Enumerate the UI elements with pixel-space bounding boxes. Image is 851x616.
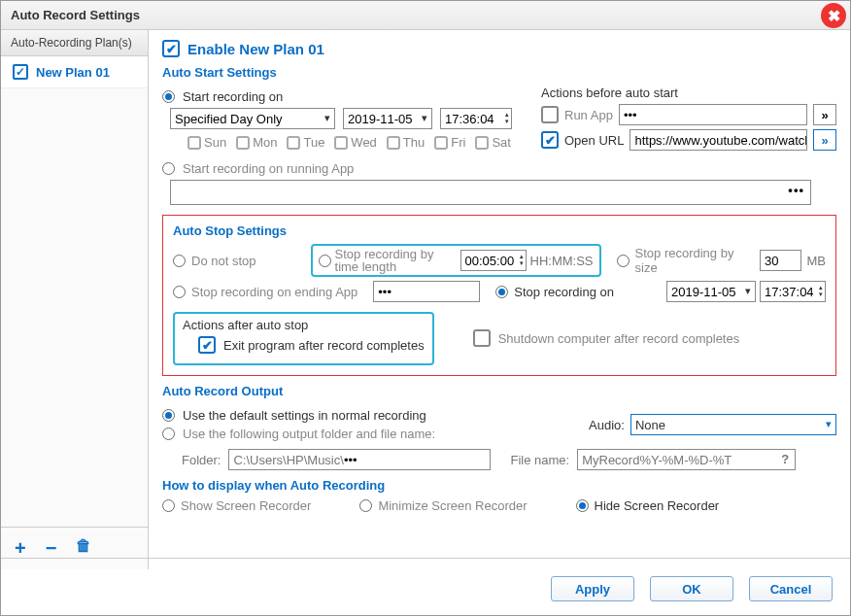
filename-input[interactable]: MyRecord%Y-%M-%D-%T? <box>577 449 796 470</box>
day-tue[interactable] <box>287 136 300 150</box>
open-url-go-icon[interactable]: » <box>813 129 836 151</box>
auto-record-dialog: Auto Record Settings ✖ Auto-Recording Pl… <box>0 0 851 616</box>
sidebar-actions: + − 🗑 <box>1 527 148 569</box>
titlebar: Auto Record Settings ✖ <box>1 1 850 30</box>
label-stop-recording-on: Stop recording on <box>514 285 614 299</box>
sidebar-tab[interactable]: Auto-Recording Plan(s) <box>1 30 148 56</box>
radio-start-on-app[interactable] <box>162 162 175 175</box>
radio-stop-by-time[interactable] <box>319 255 331 267</box>
ellipsis-icon: ••• <box>378 285 391 299</box>
check-icon: ✓ <box>13 64 28 80</box>
shutdown-checkbox[interactable] <box>473 329 491 347</box>
radio-output-custom[interactable] <box>162 428 175 440</box>
radio-stop-ending-app[interactable] <box>173 286 186 298</box>
sidebar: Auto-Recording Plan(s) ✓ New Plan 01 + −… <box>1 30 149 569</box>
radio-output-default[interactable] <box>162 409 175 422</box>
label-display-minimize: Minimize Screen Recorder <box>378 498 527 513</box>
ok-button[interactable]: OK <box>650 576 733 601</box>
radio-stop-recording-on[interactable] <box>495 286 508 298</box>
section-auto-start: Auto Start Settings <box>162 65 836 80</box>
exit-program-checkbox[interactable] <box>198 336 216 354</box>
ellipsis-icon: ••• <box>788 183 804 197</box>
label-start-on: Start recording on <box>183 89 283 104</box>
label-stop-by-time: Stop recording by time length <box>335 248 457 273</box>
ellipsis-icon: ••• <box>344 453 357 467</box>
audio-label: Audio: <box>589 418 625 432</box>
remove-plan-icon[interactable]: − <box>46 537 57 560</box>
run-app-go-icon[interactable]: » <box>813 104 836 125</box>
day-sun[interactable] <box>187 136 201 150</box>
close-icon[interactable]: ✖ <box>821 3 846 28</box>
label-stop-ending-app: Stop recording on ending App <box>191 285 357 299</box>
run-app-checkbox[interactable] <box>541 106 559 123</box>
label-hhmmss: HH:MM:SS <box>530 254 594 268</box>
label-output-custom: Use the following output folder and file… <box>183 427 435 441</box>
plan-label: New Plan 01 <box>36 65 110 80</box>
label-output-default: Use the default settings in normal recor… <box>183 408 426 423</box>
folder-label: Folder: <box>182 453 221 467</box>
radio-stop-by-size[interactable] <box>617 255 630 267</box>
day-checkboxes: Sun Mon Tue Wed Thu Fri Sat <box>187 135 512 150</box>
section-auto-stop: Auto Stop Settings <box>173 223 826 238</box>
radio-display-minimize[interactable] <box>359 499 372 512</box>
filename-label: File name: <box>510 453 569 467</box>
sidebar-item-plan[interactable]: ✓ New Plan 01 <box>1 56 148 88</box>
stop-date-select[interactable]: 2019-11-05 <box>666 281 756 302</box>
add-plan-icon[interactable]: + <box>15 537 26 560</box>
day-wed[interactable] <box>334 136 348 150</box>
radio-display-show[interactable] <box>162 499 175 512</box>
label-display-hide: Hide Screen Recorder <box>595 498 720 513</box>
radio-start-on[interactable] <box>162 90 175 103</box>
section-display: How to display when Auto Recording <box>162 478 836 493</box>
day-mon[interactable] <box>236 136 250 150</box>
ellipsis-icon: ••• <box>624 108 637 122</box>
radio-display-hide[interactable] <box>576 499 589 512</box>
label-do-not-stop: Do not stop <box>191 254 256 268</box>
folder-input[interactable]: C:\Users\HP\Music\••• <box>228 449 491 470</box>
apply-button[interactable]: Apply <box>551 576 634 601</box>
delete-plan-icon[interactable]: 🗑 <box>76 537 91 560</box>
run-app-label: Run App <box>564 108 613 122</box>
day-sat[interactable] <box>475 136 489 150</box>
help-icon[interactable]: ? <box>781 452 789 466</box>
main-panel: Enable New Plan 01 Auto Start Settings S… <box>149 30 850 569</box>
label-start-on-app: Start recording on running App <box>183 161 354 176</box>
running-app-input[interactable]: ••• <box>170 180 811 205</box>
section-output: Auto Record Output <box>162 384 836 398</box>
open-url-label: Open URL <box>564 133 624 148</box>
open-url-input[interactable]: https://www.youtube.com/watch?v <box>630 129 807 151</box>
day-thu[interactable] <box>387 136 400 150</box>
open-url-checkbox[interactable] <box>541 131 559 149</box>
ending-app-input[interactable]: ••• <box>373 281 480 302</box>
label-stop-by-size: Stop recording by size <box>635 246 755 275</box>
label-exit-program: Exit program after record completes <box>223 338 425 353</box>
start-date-select[interactable]: 2019-11-05 <box>343 108 432 129</box>
label-actions-after: Actions after auto stop <box>183 318 308 332</box>
cancel-button[interactable]: Cancel <box>749 576 833 601</box>
run-app-input[interactable]: ••• <box>619 104 807 125</box>
label-display-show: Show Screen Recorder <box>181 498 311 513</box>
radio-do-not-stop[interactable] <box>173 255 186 267</box>
actions-after-stop-group: Actions after auto stop Exit program aft… <box>173 312 434 365</box>
day-fri[interactable] <box>434 136 448 150</box>
dialog-buttons: Apply OK Cancel <box>551 576 833 601</box>
label-mb: MB <box>807 254 827 268</box>
auto-stop-group: Auto Stop Settings Do not stop Stop reco… <box>162 215 836 376</box>
stop-time-spinner[interactable]: 00:05:00 <box>460 250 527 271</box>
label-shutdown: Shutdown computer after record completes <box>498 331 740 346</box>
stop-by-time-group: Stop recording by time length 00:05:00 H… <box>311 244 601 277</box>
enable-plan-label: Enable New Plan 01 <box>187 41 324 57</box>
enable-plan-checkbox[interactable] <box>162 40 180 57</box>
schedule-mode-select[interactable]: Specified Day Only <box>170 108 335 129</box>
audio-select[interactable]: None <box>630 414 836 435</box>
stop-size-input[interactable]: 30 <box>760 250 800 271</box>
stop-time-at-spinner[interactable]: 17:37:04 <box>760 281 826 302</box>
label-actions-before: Actions before auto start <box>541 86 678 100</box>
start-time-spinner[interactable]: 17:36:04 <box>440 108 512 129</box>
window-title: Auto Record Settings <box>11 8 140 22</box>
